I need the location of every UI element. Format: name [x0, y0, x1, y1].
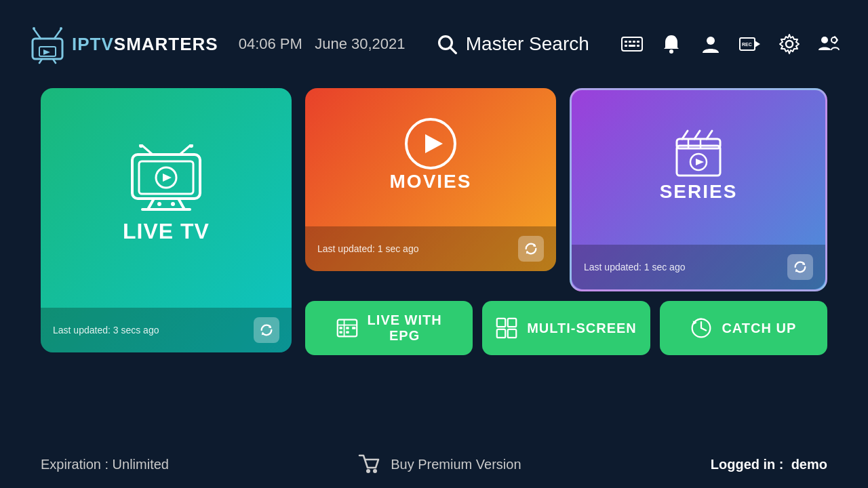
- svg-point-6: [60, 27, 62, 30]
- main-content: LIVE TV Last updated: 3 secs ago: [0, 88, 868, 355]
- multi-screen-button[interactable]: MULTI-SCREEN: [482, 301, 650, 355]
- footer: Expiration : Unlimited Buy Premium Versi…: [0, 453, 868, 476]
- series-clapper-icon: [671, 127, 726, 181]
- svg-text:REC: REC: [742, 42, 752, 47]
- series-card[interactable]: SERIES Last updated: 1 sec ago: [570, 88, 827, 291]
- svg-point-39: [171, 202, 175, 206]
- svg-marker-30: [163, 174, 172, 182]
- svg-line-10: [450, 47, 456, 53]
- live-tv-title: LIVE TV: [123, 219, 210, 244]
- svg-marker-2: [43, 49, 50, 55]
- logged-in-label: Logged in :: [711, 457, 784, 472]
- master-search-button[interactable]: Master Search: [436, 33, 589, 55]
- svg-line-32: [178, 199, 184, 209]
- time: 04:06 PM: [239, 35, 302, 52]
- live-epg-icon: [336, 317, 358, 339]
- svg-rect-68: [508, 329, 516, 338]
- svg-rect-65: [497, 319, 505, 327]
- datetime: 04:06 PM June 30,2021: [239, 35, 406, 53]
- svg-point-38: [157, 202, 161, 206]
- logo-area: IPTVSMARTERS: [27, 24, 218, 64]
- movies-card[interactable]: MOVIES Last updated: 1 sec ago: [305, 88, 556, 271]
- svg-rect-16: [625, 45, 627, 47]
- svg-point-20: [707, 37, 715, 45]
- epg-icon-button[interactable]: [620, 32, 644, 56]
- svg-marker-43: [425, 134, 443, 153]
- multi-screen-label: MULTI-SCREEN: [527, 321, 637, 336]
- live-tv-icon-area: LIVE TV: [122, 88, 210, 308]
- svg-line-48: [682, 131, 688, 139]
- svg-rect-18: [637, 45, 639, 47]
- movies-icon-area: MOVIES: [390, 88, 472, 226]
- logged-in-area: Logged in : demo: [711, 457, 827, 472]
- live-epg-button[interactable]: LIVE WITH EPG: [305, 301, 473, 355]
- svg-rect-14: [633, 41, 635, 43]
- cart-icon: [358, 453, 381, 476]
- svg-rect-60: [339, 327, 342, 329]
- svg-point-25: [821, 37, 828, 43]
- gear-icon: [778, 33, 801, 56]
- svg-marker-54: [696, 159, 704, 165]
- svg-line-49: [694, 131, 700, 139]
- header-icons: REC: [620, 32, 841, 56]
- series-footer: Last updated: 1 sec ago: [572, 245, 825, 289]
- logo-icon: [27, 24, 68, 64]
- refresh-icon: [259, 323, 274, 338]
- logged-in-text: Logged in : demo: [711, 457, 827, 472]
- series-last-updated: Last updated: 1 sec ago: [584, 262, 685, 272]
- svg-rect-62: [352, 327, 355, 329]
- svg-line-3: [34, 29, 41, 39]
- svg-line-50: [707, 131, 712, 139]
- svg-rect-15: [637, 41, 639, 43]
- svg-rect-61: [346, 327, 349, 329]
- bell-icon: [660, 33, 683, 56]
- expiration-text: Expiration : Unlimited: [41, 457, 169, 472]
- movies-footer: Last updated: 1 sec ago: [305, 226, 556, 271]
- svg-marker-23: [755, 41, 760, 47]
- logged-in-user: demo: [791, 457, 827, 472]
- svg-line-31: [148, 199, 154, 209]
- logo-smarters: SMARTERS: [114, 34, 218, 54]
- svg-point-19: [669, 49, 673, 54]
- live-tv-last-updated: Last updated: 3 secs ago: [53, 325, 159, 336]
- right-column: MOVIES Last updated: 1 sec ago: [305, 88, 827, 355]
- svg-rect-63: [339, 331, 342, 333]
- search-icon: [436, 33, 458, 55]
- refresh-icon: [524, 241, 538, 256]
- live-epg-label-line2: EPG: [389, 328, 420, 344]
- user-icon: [699, 33, 722, 56]
- svg-rect-47: [677, 139, 720, 148]
- live-tv-refresh-button[interactable]: [254, 317, 279, 343]
- svg-point-74: [373, 469, 377, 473]
- catch-up-label: CATCH UP: [722, 321, 796, 336]
- svg-rect-12: [625, 41, 627, 43]
- user-icon-button[interactable]: [698, 32, 723, 56]
- catch-up-button[interactable]: CATCH UP: [660, 301, 827, 355]
- live-tv-icon: [122, 144, 210, 219]
- svg-point-5: [33, 27, 35, 30]
- rec-icon-button[interactable]: REC: [738, 32, 762, 56]
- date: June 30,2021: [315, 35, 405, 52]
- live-epg-label-line1: LIVE WITH: [368, 312, 442, 328]
- svg-rect-13: [629, 41, 631, 43]
- svg-point-24: [786, 41, 793, 47]
- catch-up-icon: [690, 317, 712, 339]
- notification-icon-button[interactable]: [659, 32, 684, 56]
- record-icon: REC: [738, 33, 762, 56]
- refresh-icon: [793, 260, 808, 274]
- users-switch-icon: [817, 33, 840, 56]
- svg-rect-64: [346, 331, 349, 333]
- cards-row: LIVE TV Last updated: 3 secs ago: [41, 88, 827, 355]
- svg-point-73: [366, 469, 370, 473]
- series-icon-area: SERIES: [660, 90, 738, 245]
- svg-line-71: [701, 328, 706, 331]
- switch-user-icon-button[interactable]: [816, 32, 841, 56]
- buy-premium-button[interactable]: Buy Premium Version: [358, 453, 521, 476]
- svg-line-4: [54, 29, 61, 39]
- live-tv-card[interactable]: LIVE TV Last updated: 3 secs ago: [41, 88, 292, 352]
- movies-refresh-button[interactable]: [518, 236, 544, 262]
- live-tv-footer: Last updated: 3 secs ago: [41, 308, 292, 352]
- series-refresh-button[interactable]: [787, 254, 813, 280]
- keyboard-icon: [620, 33, 644, 56]
- settings-icon-button[interactable]: [777, 32, 802, 56]
